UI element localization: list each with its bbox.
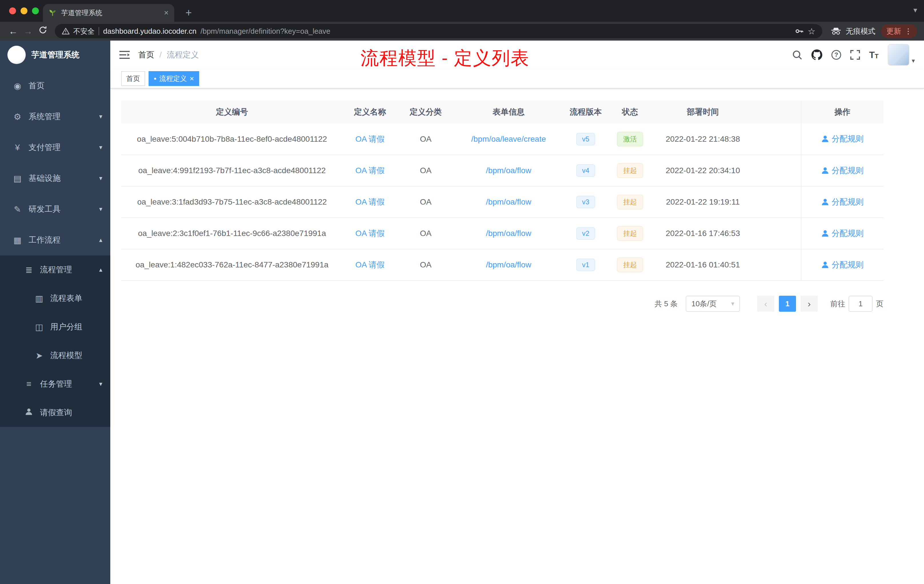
next-page-button[interactable]: › — [800, 296, 818, 312]
new-tab-button[interactable]: + — [181, 5, 196, 21]
address-bar[interactable]: 不安全 dashboard.yudao.iocoder.cn/bpm/manag… — [55, 24, 822, 38]
user-icon — [822, 230, 829, 237]
status-badge: 挂起 — [617, 195, 643, 210]
hamburger-icon — [119, 51, 130, 59]
breadcrumb-home-link[interactable]: 首页 — [138, 49, 154, 60]
definition-name-link[interactable]: OA 请假 — [355, 229, 385, 238]
version-badge: v5 — [576, 133, 595, 145]
github-icon[interactable] — [812, 49, 822, 60]
browser-update-menu-button[interactable]: 更新 ⋮ — [881, 24, 917, 38]
browser-tab[interactable]: 芋道管理系统 × — [43, 4, 174, 22]
page-size-select[interactable]: 10条/页 ▾ — [686, 296, 740, 312]
table-row: oa_leave:5:004b710b-7b8a-11ec-8ef0-acde4… — [121, 124, 883, 155]
help-icon[interactable]: ? — [832, 50, 841, 60]
column-header-form: 表单信息 — [454, 101, 563, 124]
incognito-badge: 无痕模式 — [830, 26, 875, 36]
spacer-cell — [754, 218, 801, 249]
sidebar-toggle-button[interactable] — [119, 51, 130, 59]
security-status[interactable]: 不安全 — [62, 26, 94, 36]
sidebar-item-workflow[interactable]: ▦ 工作流程 ▴ — [0, 224, 110, 256]
user-menu[interactable]: ▾ — [888, 44, 915, 66]
sidebar-item-dev-tools[interactable]: ✎ 研发工具 ▾ — [0, 194, 110, 224]
breadcrumb-separator: / — [159, 50, 162, 59]
sidebar-item-home[interactable]: ◉ 首页 — [0, 70, 110, 101]
sidebar-item-process-form[interactable]: ▥ 流程表单 — [0, 284, 110, 313]
goto-page: 前往 页 — [830, 296, 883, 312]
assign-rule-link[interactable]: 分配规则 — [822, 196, 864, 208]
definition-name-link[interactable]: OA 请假 — [355, 260, 385, 269]
sidebar-logo[interactable]: 芋道管理系统 — [0, 41, 110, 69]
sidebar-item-process-model[interactable]: ➤ 流程模型 — [0, 341, 110, 370]
user-icon — [822, 198, 829, 206]
window-controls — [9, 7, 39, 14]
assign-rule-link[interactable]: 分配规则 — [822, 259, 864, 270]
font-size-icon[interactable]: TT — [869, 50, 879, 59]
warning-icon — [62, 27, 70, 35]
minimize-window-button[interactable] — [21, 7, 27, 14]
reload-button[interactable] — [35, 26, 50, 36]
page-1-button[interactable]: 1 — [779, 296, 796, 312]
sidebar-item-leave-query[interactable]: 请假查询 — [0, 398, 110, 427]
close-window-button[interactable] — [9, 7, 16, 14]
chevron-down-icon: ▾ — [99, 144, 102, 151]
goto-page-input[interactable] — [848, 296, 873, 312]
sidebar-item-system-management[interactable]: ⚙ 系统管理 ▾ — [0, 101, 110, 132]
deploy-time: 2022-01-22 20:34:10 — [652, 155, 754, 186]
sidebar-item-infrastructure[interactable]: ▤ 基础设施 ▾ — [0, 163, 110, 194]
assign-rule-link[interactable]: 分配规则 — [822, 228, 864, 239]
chevron-up-icon: ▴ — [99, 236, 102, 244]
sidebar-item-process-management[interactable]: ≣ 流程管理 ▴ — [0, 256, 110, 284]
zoom-window-button[interactable] — [32, 7, 39, 14]
status-badge: 挂起 — [617, 226, 643, 241]
spacer-cell — [754, 124, 801, 155]
form-link[interactable]: /bpm/oa/leave/create — [471, 135, 546, 144]
sidebar-item-user-group[interactable]: ◫ 用户分组 — [0, 313, 110, 341]
password-key-icon[interactable] — [795, 26, 804, 36]
chevron-down-icon: ▾ — [912, 57, 915, 64]
chevron-up-icon: ▴ — [99, 266, 102, 274]
form-link[interactable]: /bpm/oa/flow — [486, 260, 531, 269]
sidebar-item-task-management[interactable]: ≡ 任务管理 ▾ — [0, 370, 110, 398]
logo-avatar — [7, 46, 26, 64]
definition-name-link[interactable]: OA 请假 — [355, 135, 385, 144]
spacer-cell — [754, 186, 801, 218]
yen-icon: ¥ — [13, 143, 22, 152]
tag-home[interactable]: 首页 — [121, 71, 145, 86]
tags-view: 首页 ● 流程定义 × — [110, 69, 924, 89]
back-button[interactable]: ← — [6, 26, 21, 36]
chevron-down-icon: ▾ — [99, 113, 102, 120]
goto-label: 前往 — [830, 299, 845, 309]
sidebar-menu: ◉ 首页 ⚙ 系统管理 ▾ ¥ 支付管理 ▾ ▤ 基础设施 ▾ ✎ 研发工具 ▾ — [0, 69, 110, 427]
user-icon — [24, 408, 34, 417]
definition-name-link[interactable]: OA 请假 — [355, 198, 385, 206]
sidebar-item-payment-management[interactable]: ¥ 支付管理 ▾ — [0, 132, 110, 163]
avatar[interactable] — [888, 44, 909, 66]
spacer-cell — [754, 155, 801, 186]
top-navbar: 首页 / 流程定义 流程模型 - 定义列表 ? TT — [110, 41, 924, 69]
deploy-time: 2022-01-16 01:40:51 — [652, 249, 754, 280]
definition-id: oa_leave:2:3c1f0ef1-76b1-11ec-9c66-a2380… — [121, 218, 343, 249]
pagination: 共 5 条 10条/页 ▾ ‹ 1 › 前往 页 — [121, 296, 883, 312]
version-badge: v1 — [576, 259, 595, 271]
task-management-icon: ≡ — [24, 379, 34, 389]
definition-table: 定义编号 定义名称 定义分类 表单信息 流程版本 状态 部署时间 操作 oa_l… — [121, 101, 883, 281]
tab-search-caret-icon[interactable]: ▾ — [913, 6, 917, 15]
column-header-actions: 操作 — [801, 101, 883, 124]
incognito-label: 无痕模式 — [846, 26, 875, 36]
form-link[interactable]: /bpm/oa/flow — [486, 229, 531, 238]
search-icon[interactable] — [792, 50, 802, 60]
process-management-icon: ≣ — [24, 265, 34, 275]
tag-close-icon[interactable]: × — [190, 75, 194, 82]
assign-rule-link[interactable]: 分配规则 — [822, 134, 864, 144]
definition-id: oa_leave:4:991f2193-7b7f-11ec-a3c8-acde4… — [121, 155, 343, 186]
dev-tools-icon: ✎ — [13, 204, 22, 214]
definition-name-link[interactable]: OA 请假 — [355, 166, 385, 175]
column-header-spacer — [754, 101, 801, 124]
tag-process-definition[interactable]: ● 流程定义 × — [148, 71, 199, 86]
form-link[interactable]: /bpm/oa/flow — [486, 166, 531, 175]
bookmark-star-icon[interactable]: ☆ — [808, 26, 815, 36]
fullscreen-icon[interactable] — [850, 50, 860, 60]
form-link[interactable]: /bpm/oa/flow — [486, 198, 531, 206]
assign-rule-link[interactable]: 分配规则 — [822, 165, 864, 176]
tab-close-icon[interactable]: × — [164, 9, 168, 17]
